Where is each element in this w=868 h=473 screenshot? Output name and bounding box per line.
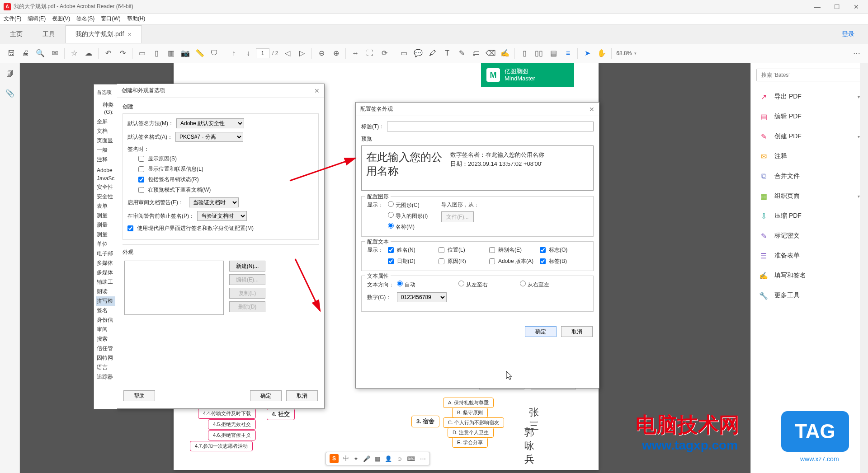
cb-location[interactable] <box>138 166 144 172</box>
zoom-in-icon[interactable]: ⊕ <box>329 47 343 60</box>
tool-sign-icon[interactable]: ✍ <box>498 47 512 60</box>
tool-highlight-icon[interactable]: 🖍 <box>426 47 439 60</box>
page-up-icon[interactable]: ↑ <box>227 47 241 60</box>
minimize-button[interactable]: — <box>811 2 823 11</box>
prefs-category-item[interactable]: 电子邮 <box>96 249 115 258</box>
prefs-category-item[interactable]: 安全性 <box>96 192 115 201</box>
tool-item[interactable]: ▤编辑 PDF <box>751 107 868 126</box>
file-button[interactable]: 文件(F)... <box>441 211 473 222</box>
ime-item[interactable]: 🎤 <box>363 455 370 462</box>
ime-item[interactable]: 👤 <box>385 455 392 462</box>
attachments-icon[interactable]: 📎 <box>5 88 15 98</box>
digits-select[interactable]: 0123456789 <box>397 292 447 302</box>
prefs-category-item[interactable]: 多媒体 <box>96 258 115 268</box>
more-icon[interactable]: ⋯ <box>850 47 863 60</box>
nav-left-icon[interactable]: ◁ <box>281 47 294 60</box>
cb-modern[interactable] <box>127 225 133 231</box>
page-mode1-icon[interactable]: ▯ <box>518 47 531 60</box>
prefs-category-item[interactable]: 追踪器 <box>96 372 115 382</box>
page-thumb2-icon[interactable]: ▯ <box>150 47 163 60</box>
cb-date[interactable]: 日期(D) <box>388 258 436 265</box>
copy-appearance-button[interactable]: 复制(L) <box>229 288 265 299</box>
cloud-icon[interactable]: ☁ <box>82 47 95 60</box>
method-select[interactable]: Adobe 默认安全性 <box>176 118 244 128</box>
fit-page-icon[interactable]: ⛶ <box>363 47 377 60</box>
tab-home[interactable]: 主页 <box>0 26 33 43</box>
maximize-button[interactable]: ☐ <box>831 2 843 11</box>
mail-icon[interactable]: ✉ <box>48 47 61 60</box>
prefs-category-item[interactable]: 搜索 <box>96 334 115 344</box>
tool-item[interactable]: ✎标记密文 <box>751 226 868 246</box>
prefs-category-item[interactable]: 文档 <box>96 126 115 136</box>
prefs-category-item[interactable]: 测量 <box>96 220 115 230</box>
zoom-out-icon[interactable]: ⊖ <box>315 47 328 60</box>
prefs-category-item[interactable]: 全屏 <box>96 117 115 126</box>
mindmaster-banner[interactable]: M 亿图脑图 MindMaster <box>481 63 574 87</box>
cb-name[interactable]: 姓名(N) <box>388 246 436 254</box>
tool-item[interactable]: ✎创建 PDF▾ <box>751 126 868 146</box>
scrollbar[interactable] <box>860 63 868 473</box>
menu-edit[interactable]: 编辑(E) <box>28 15 46 23</box>
menu-help[interactable]: 帮助(H) <box>127 15 146 23</box>
search-icon[interactable]: 🔍 <box>33 47 47 60</box>
ime-toolbar[interactable]: S 中 ✦ 🎤 ▦ 👤 ☺ ⌨ ⋯ <box>326 452 430 465</box>
prefs-category-item[interactable]: 因特网 <box>96 353 115 363</box>
tool-item[interactable]: ✍填写和签名 <box>751 266 868 286</box>
tab-close-icon[interactable]: ✕ <box>127 32 132 37</box>
cb-labels[interactable]: 标签(B) <box>540 258 588 265</box>
help-button[interactable]: 帮助 <box>123 390 155 401</box>
tool-text-icon[interactable]: T <box>440 47 454 60</box>
prevent-select[interactable]: 当验证文档时 <box>197 211 247 221</box>
redo-icon[interactable]: ↷ <box>116 47 129 60</box>
snapshot-icon[interactable]: 📷 <box>179 47 192 60</box>
tool-item[interactable]: ↗导出 PDF▾ <box>751 87 868 107</box>
tab-tools[interactable]: 工具 <box>33 26 65 43</box>
radio-name-graphic[interactable]: 名称(M) <box>388 223 428 231</box>
rotate-icon[interactable]: ⟳ <box>377 47 391 60</box>
zoom-dropdown-icon[interactable]: ▾ <box>634 51 637 56</box>
zoom-display[interactable]: 68.8% <box>614 50 633 56</box>
prefs-category-item[interactable]: 辅助工 <box>96 277 115 287</box>
prefs-cancel-button[interactable]: 取消 <box>286 390 318 401</box>
appearance-listbox[interactable] <box>124 261 224 315</box>
tool-item[interactable]: 🔧更多工具 <box>751 286 868 305</box>
prefs-category-item[interactable]: 测量 <box>96 230 115 239</box>
title-field-input[interactable] <box>387 122 594 131</box>
prefs-category-item[interactable]: JavaSc <box>96 174 115 183</box>
page-cont-icon[interactable]: ▥ <box>164 47 178 60</box>
page-mode2-icon[interactable]: ▯▯ <box>532 47 546 60</box>
pages-panel-icon[interactable]: 🗐 <box>5 69 15 80</box>
prefs-category-item[interactable]: 安全性 <box>96 183 115 192</box>
page-mode4-icon[interactable]: ≡ <box>561 47 575 60</box>
prefs-category-item[interactable]: 信任管 <box>96 344 115 353</box>
menu-view[interactable]: 视图(V) <box>52 15 70 23</box>
page-mode3-icon[interactable]: ▤ <box>547 47 560 60</box>
edit-appearance-button[interactable]: 编辑(E)... <box>229 274 265 285</box>
tool-comment-icon[interactable]: 💬 <box>411 47 425 60</box>
menu-file[interactable]: 文件(F) <box>4 15 21 23</box>
tab-document[interactable]: 我的大学规划.pdf ✕ <box>65 25 142 43</box>
prefs-category-item[interactable]: 一般 <box>96 145 115 155</box>
cb-revoke[interactable] <box>138 177 144 183</box>
prefs-category-item[interactable]: 多媒体 <box>96 268 115 277</box>
tool-item[interactable]: ☰准备表单 <box>751 246 868 266</box>
cursor-icon[interactable]: ➤ <box>580 47 594 60</box>
prefs-category-item[interactable]: 语言 <box>96 363 115 372</box>
prefs-category-item[interactable]: 审阅 <box>96 325 115 334</box>
ime-item[interactable]: ✦ <box>354 455 359 462</box>
cb-dn[interactable]: 辨别名(E) <box>489 246 537 254</box>
ime-item[interactable]: ▦ <box>375 455 380 462</box>
new-appearance-button[interactable]: 新建(N)... <box>229 261 265 272</box>
ruler-icon[interactable]: 📏 <box>193 47 207 60</box>
menu-sign[interactable]: 签名(S) <box>76 15 94 23</box>
hand-icon[interactable]: ✋ <box>595 47 609 60</box>
page-input[interactable] <box>256 48 269 58</box>
prefs-category-item[interactable]: Adobe <box>96 166 115 174</box>
format-select[interactable]: PKCS#7 - 分离 <box>175 132 243 142</box>
ime-item[interactable]: ⌨ <box>407 455 415 462</box>
page-down-icon[interactable]: ↓ <box>241 47 255 60</box>
tool-select-icon[interactable]: ▭ <box>397 47 410 60</box>
prefs-category-item[interactable]: 朗读 <box>96 287 115 296</box>
undo-icon[interactable]: ↶ <box>101 47 115 60</box>
cb-logo[interactable]: 标志(O) <box>540 246 588 254</box>
